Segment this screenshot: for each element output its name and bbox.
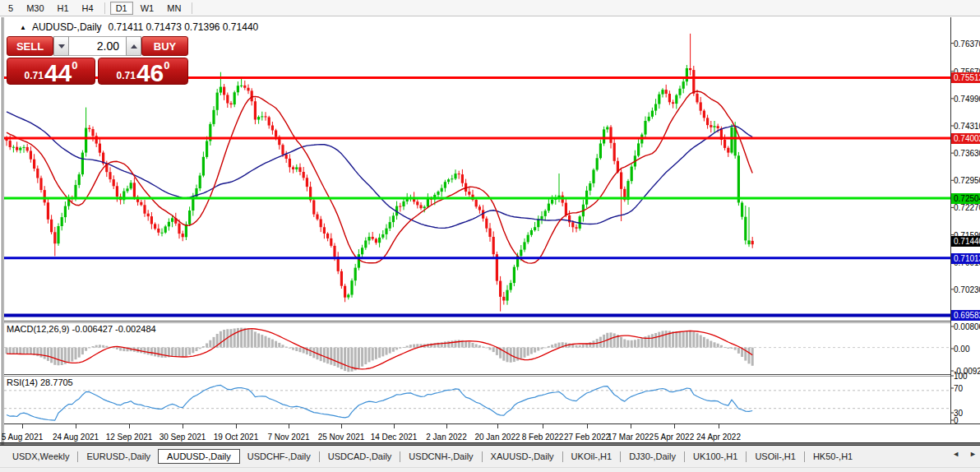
toolbar-separator [192,2,192,14]
timeframe-button-5[interactable]: 5 [2,2,19,15]
horizontal-level-lines [4,77,950,315]
one-click-trade-widget: SELL BUY 0.71 44 0 0.71 46 0 [7,36,188,85]
tab-separator [746,451,747,462]
chart-tab-usoil-h1[interactable]: USOil-,H1 [747,450,803,463]
volume-input[interactable] [69,36,126,56]
chart-tab-usdchf-daily[interactable]: USDCHF-,Daily [240,450,318,463]
timeframe-button-H1[interactable]: H1 [52,2,75,15]
tab-separator [804,451,805,462]
indicator-levels [4,348,950,409]
volume-decrease-button[interactable] [53,36,69,56]
sell-button[interactable]: SELL [7,36,53,56]
chart-tab-usdcnh-daily[interactable]: USDCNH-,Daily [401,450,480,463]
tab-separator [482,451,483,462]
macd-histogram [6,328,754,373]
timeframe-button-M30[interactable]: M30 [21,2,49,15]
timeframe-button-H4[interactable]: H4 [76,2,99,15]
chart-tab-hk50-h1[interactable]: HK50-,H1 [806,450,860,463]
sell-price-prefix: 0.71 [25,70,44,81]
trading-terminal-window: 5M30H1H4D1W1MN ▲AUDUSD-,Daily0.71411 0.7… [0,0,980,472]
tab-scroll-buttons: ◄ ► [952,450,977,458]
chart-tab-ukoil-h1[interactable]: UKOil-,H1 [564,450,620,463]
timeframe-button-W1[interactable]: W1 [135,2,160,15]
tab-separator [77,451,78,462]
chart-tab-eurusd-daily[interactable]: EURUSD-,Daily [79,450,158,463]
chart-tab-xauusd-daily[interactable]: XAUUSD-,Daily [483,450,562,463]
volume-increase-button[interactable] [126,36,141,56]
sell-price-pip-digit: 0 [72,59,77,72]
arrow-up-icon [131,44,137,49]
chart-tab-bar: USDX,WeeklyEURUSD-,DailyAUDUSD-,DailyUSD… [0,446,980,467]
tab-scroll-left-icon[interactable]: ◄ [952,450,959,458]
status-bar [0,467,980,472]
tab-separator [400,451,400,462]
tab-separator [620,451,621,462]
timeframe-toolbar[interactable]: 5M30H1H4D1W1MN [0,0,980,16]
timeframe-button-D1[interactable]: D1 [110,2,133,15]
buy-price-pip-digit: 0 [164,59,169,72]
tab-separator [319,451,320,462]
arrow-down-icon [58,44,65,49]
sell-price-big-digits: 44 [44,62,72,84]
buy-price-panel[interactable]: 0.71 46 0 [98,58,188,85]
ma-slow-line [7,112,752,229]
chart-tab-audusd-daily[interactable]: AUDUSD-,Daily [158,449,240,464]
buy-price-prefix: 0.71 [117,70,136,81]
chart-tab-usdx-weekly[interactable]: USDX,Weekly [5,450,76,463]
chart-tab-usdcad-daily[interactable]: USDCAD-,Daily [321,450,400,463]
chart-tab-uk100-h1[interactable]: UK100-,H1 [686,450,745,463]
toolbar-separator [104,2,105,14]
tab-separator [562,451,563,462]
sell-price-panel[interactable]: 0.71 44 0 [7,58,95,85]
chart-tab-dj30-daily[interactable]: DJ30-,Daily [622,450,683,463]
buy-button[interactable]: BUY [141,36,188,56]
timeframe-button-MN[interactable]: MN [161,2,187,15]
tab-separator [684,451,685,462]
buy-price-big-digits: 46 [136,62,164,84]
tab-scroll-right-icon[interactable]: ► [969,450,977,458]
